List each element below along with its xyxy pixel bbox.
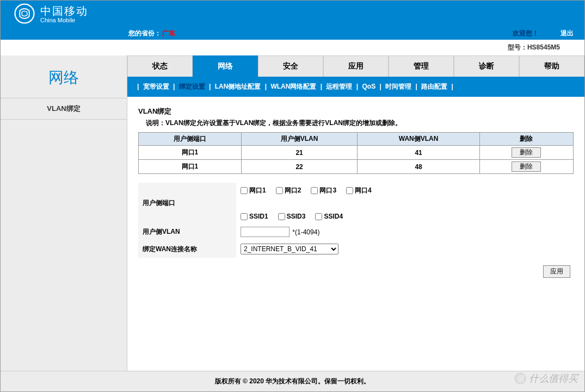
port-checkbox[interactable] [311,187,318,194]
table-row: 网口12141删除 [139,146,574,160]
form-label-port: 用户侧端口 [138,183,236,223]
delete-button[interactable]: 删除 [512,147,541,158]
sidebar-title: 网络 [1,55,127,98]
brand-name-cn: 中国移动 [40,4,88,18]
port-checkbox[interactable] [346,187,353,194]
ssid-option[interactable]: SSID1 [241,213,268,220]
cell-port: 网口1 [139,160,242,174]
svg-point-0 [15,4,34,23]
form-label-user-vlan: 用户侧VLAN [138,223,236,240]
cell-user_vlan: 22 [241,160,357,174]
main-tabs: 状态网络安全应用管理诊断帮助 [127,55,584,77]
section-description: 说明：VLAN绑定允许设置基于VLAN绑定，根据业务需要进行VLAN绑定的增加或… [146,119,574,128]
subtab-时间管理[interactable]: 时间管理 [384,83,414,90]
logout-link[interactable]: 退出 [561,29,574,38]
tab-管理[interactable]: 管理 [389,55,454,77]
cell-user_vlan: 21 [241,146,357,160]
subtab-路由配置[interactable]: 路由配置 [420,83,449,90]
port-checkbox[interactable] [241,187,248,194]
cell-wan_vlan: 48 [358,160,480,174]
ssid-checkbox[interactable] [315,213,322,220]
ssid-option[interactable]: SSID3 [278,213,306,220]
ssid-option[interactable]: SSID4 [315,213,343,220]
table-header: WAN侧VLAN [358,133,480,146]
subtab-LAN侧地址配置[interactable]: LAN侧地址配置 [213,83,262,90]
footer-copyright: 版权所有 © 2020 华为技术有限公司。保留一切权利。 [1,371,584,391]
table-header: 用户侧VLAN [241,133,357,146]
province-value: 广东 [162,29,175,38]
header-top: 中国移动 China Mobile [1,1,584,27]
table-header: 删除 [479,133,573,146]
sub-tabs: | 宽带设置 | 绑定设置 | LAN侧地址配置 | WLAN网络配置 | 远程… [127,77,584,97]
tab-网络[interactable]: 网络 [193,55,258,77]
cell-port: 网口1 [139,146,242,160]
subtab-WLAN网络配置[interactable]: WLAN网络配置 [269,83,318,90]
header-info-bar: 您的省份： 广东 欢迎您！ 退出 [1,27,584,40]
delete-button[interactable]: 删除 [512,161,541,172]
port-option[interactable]: 网口2 [276,186,301,195]
svg-text:值: 值 [516,374,525,383]
tab-安全[interactable]: 安全 [258,55,323,77]
ssid-checkbox[interactable] [278,213,285,220]
tab-诊断[interactable]: 诊断 [454,55,519,77]
apply-button[interactable]: 应用 [543,265,570,278]
table-header: 用户侧端口 [139,133,242,146]
tab-状态[interactable]: 状态 [127,55,193,77]
watermark-icon: 值 [514,372,527,385]
brand-logo: 中国移动 China Mobile [14,3,88,24]
ssid-checkbox[interactable] [241,213,248,220]
subtab-远程管理[interactable]: 远程管理 [324,83,354,90]
sidebar: 网络 VLAN绑定 [1,55,127,371]
model-value: HS8545M5 [527,43,560,51]
user-vlan-input[interactable] [241,227,290,237]
welcome-text: 欢迎您！ [513,29,539,38]
subtab-宽带设置[interactable]: 宽带设置 [141,83,171,90]
section-title: VLAN绑定 [138,107,574,116]
vlan-binding-table: 用户侧端口用户侧VLANWAN侧VLAN删除 网口12141删除网口12248删… [138,132,574,174]
watermark: 值 什么值得买 [514,372,578,385]
user-vlan-hint: *(1-4094) [292,228,319,236]
model-info: 型号：HS8545M5 [1,40,584,55]
vlan-form: 用户侧端口 网口1网口2网口3网口4 SSID1SSID3SSID4 用户侧VL… [138,183,574,258]
port-option[interactable]: 网口1 [241,186,266,195]
table-row: 网口12248删除 [139,160,574,174]
form-label-wan: 绑定WAN连接名称 [138,240,236,258]
model-label: 型号： [508,43,527,51]
subtab-绑定设置[interactable]: 绑定设置 [177,83,207,90]
port-option[interactable]: 网口4 [346,186,372,195]
port-checkbox[interactable] [276,187,283,194]
sidebar-item-vlan-binding[interactable]: VLAN绑定 [1,98,127,120]
subtab-QoS[interactable]: QoS [360,83,377,90]
port-option[interactable]: 网口3 [311,186,336,195]
wan-connection-select[interactable]: 2_INTERNET_B_VID_41 [241,244,338,254]
tab-应用[interactable]: 应用 [323,55,389,77]
province-label: 您的省份： [128,29,161,38]
tab-帮助[interactable]: 帮助 [519,55,584,77]
china-mobile-icon [14,3,35,24]
cell-wan_vlan: 41 [358,146,480,160]
